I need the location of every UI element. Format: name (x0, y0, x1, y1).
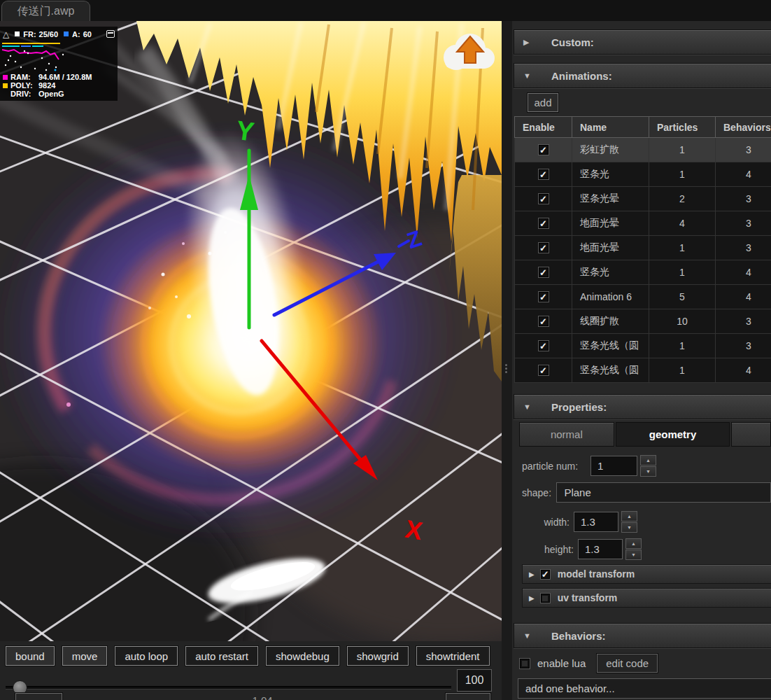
collapse-down-icon: ▼ (523, 71, 533, 80)
collapse-right-icon: ▶ (529, 570, 535, 578)
slider-value[interactable]: 100 (457, 669, 492, 692)
window-icon (106, 30, 115, 38)
animation-row[interactable]: ✓彩虹扩散13 (515, 138, 771, 162)
row-name: 竖条光 (572, 162, 649, 187)
row-enable-checkbox[interactable]: ✓ (538, 144, 549, 155)
row-behaviors: 3 (716, 309, 771, 334)
panel-splitter[interactable] (502, 21, 512, 700)
tab-normal[interactable]: normal (519, 422, 614, 447)
row-enable-checkbox[interactable]: ✓ (538, 169, 549, 180)
performance-graph (0, 41, 118, 73)
fr-label: FR: (23, 30, 36, 38)
toolbar-button-showtrident[interactable]: showtrident (416, 646, 490, 666)
model-transform-label: model transform (558, 568, 635, 580)
fr-bullet-icon (15, 31, 20, 36)
row-enable-checkbox[interactable]: ✓ (538, 291, 549, 302)
file-tab[interactable]: 传送门.awp (1, 1, 90, 21)
cloud-upload-icon[interactable] (434, 28, 500, 74)
row-particles: 1 (649, 334, 716, 358)
row-particles: 1 (649, 260, 716, 285)
toolbar-button-showdebug[interactable]: showdebug (266, 646, 339, 666)
row-enable-checkbox[interactable]: ✓ (538, 267, 549, 278)
tab-geometry[interactable]: geometry (616, 422, 730, 447)
uv-transform-group[interactable]: ▶ uv transform (522, 588, 771, 608)
toolbar-button-move[interactable]: move (62, 646, 108, 666)
row-behaviors: 3 (716, 187, 771, 211)
row-enable-checkbox[interactable]: ✓ (538, 242, 549, 253)
viewport-scene[interactable]: Y Z X (0, 21, 502, 641)
add-behavior-select[interactable]: add one behavior... (518, 678, 771, 699)
viewport-toolbar: boundmoveauto loopauto restartshowdebugs… (0, 641, 502, 700)
animation-row[interactable]: ✓竖条光14 (515, 260, 771, 285)
collapse-right-icon: ▶ (529, 594, 535, 602)
section-header-animations[interactable]: ▼ Animations: (514, 63, 771, 88)
row-enable-checkbox[interactable]: ✓ (538, 316, 549, 327)
debug-overlay: △ FR: 25/60 A: 60 RAM: 94 (0, 27, 118, 101)
uv-transform-checkbox[interactable] (540, 593, 551, 603)
particle-num-stepper[interactable]: ▲▼ (640, 455, 656, 477)
fr-value: 25/60 (39, 30, 59, 38)
particle-num-label: particle num: (522, 461, 590, 472)
animation-row[interactable]: ✓竖条光14 (515, 162, 771, 187)
animation-row[interactable]: ✓Animation 654 (515, 285, 771, 309)
row-particles: 2 (649, 187, 716, 211)
row-name: 彩虹扩散 (572, 138, 649, 162)
shape-select[interactable]: Plane (556, 482, 771, 503)
width-input[interactable]: 1.3 (574, 512, 618, 532)
timeline-slider-track[interactable] (6, 686, 451, 690)
particle-num-input[interactable]: 1 (590, 456, 637, 476)
section-header-custom[interactable]: ▶ Custom: (514, 29, 771, 55)
row-particles: 1 (649, 138, 716, 162)
section-header-behaviors[interactable]: ▼ Behaviors: (514, 623, 771, 648)
partial-button-left[interactable] (15, 693, 62, 700)
a-bullet-icon (64, 31, 69, 36)
toolbar-button-bound[interactable]: bound (6, 646, 55, 666)
section-header-properties[interactable]: ▼ Properties: (514, 394, 771, 419)
row-enable-checkbox[interactable]: ✓ (538, 218, 549, 229)
collapse-down-icon: ▼ (523, 402, 533, 411)
application-window: 传送门.awp (0, 0, 771, 700)
model-transform-group[interactable]: ▶ ✓ model transform (522, 564, 771, 584)
row-enable-checkbox[interactable]: ✓ (538, 193, 549, 204)
uv-transform-label: uv transform (558, 592, 618, 603)
animation-row[interactable]: ✓竖条光线（圆13 (515, 334, 771, 358)
height-input[interactable]: 1.3 (578, 539, 623, 559)
row-name: 线圈扩散 (572, 309, 649, 334)
viewport[interactable]: Y Z X △ FR: 25/60 (0, 21, 502, 641)
row-particles: 1 (649, 236, 716, 260)
animation-row[interactable]: ✓竖条光晕23 (515, 187, 771, 211)
model-transform-checkbox[interactable]: ✓ (540, 569, 551, 580)
toolbar-button-showgrid[interactable]: showgrid (347, 646, 409, 666)
column-header-particles: Particles (649, 117, 716, 138)
tab-partial[interactable] (731, 422, 771, 447)
toolbar-button-auto-restart[interactable]: auto restart (185, 646, 258, 666)
row-particles: 4 (649, 211, 716, 236)
driv-value: OpenG (38, 90, 64, 98)
partial-button-right[interactable] (446, 693, 490, 700)
enable-lua-checkbox[interactable] (519, 658, 530, 669)
custom-section-label: Custom: (551, 36, 594, 48)
collapse-right-icon: ▶ (523, 38, 533, 47)
width-stepper[interactable]: ▲▼ (621, 511, 637, 533)
animation-row[interactable]: ✓竖条光线（圆14 (515, 358, 771, 383)
height-stepper[interactable]: ▲▼ (625, 538, 642, 560)
row-name: 地面光晕 (572, 236, 649, 260)
animation-row[interactable]: ✓地面光晕43 (515, 211, 771, 236)
ram-label: RAM: (10, 73, 38, 81)
row-behaviors: 4 (716, 162, 771, 187)
poly-label: POLY: (10, 81, 38, 90)
edit-code-button[interactable]: edit code (597, 654, 658, 673)
add-animation-button[interactable]: add (528, 93, 558, 112)
animation-row[interactable]: ✓线圈扩散103 (515, 309, 771, 334)
toolbar-button-auto-loop[interactable]: auto loop (115, 646, 178, 666)
a-label: A: (72, 30, 80, 38)
ram-bullet-icon (3, 75, 8, 80)
a-value: 60 (83, 30, 92, 38)
time-display: 1.04 (238, 694, 287, 700)
row-enable-checkbox[interactable]: ✓ (538, 365, 549, 376)
row-enable-checkbox[interactable]: ✓ (538, 340, 549, 351)
shape-label: shape: (522, 487, 556, 498)
properties-panel: ▶ Custom: ▼ Animations: add EnableNamePa… (512, 21, 771, 700)
animation-row[interactable]: ✓地面光晕13 (515, 236, 771, 260)
row-behaviors: 4 (716, 260, 771, 285)
